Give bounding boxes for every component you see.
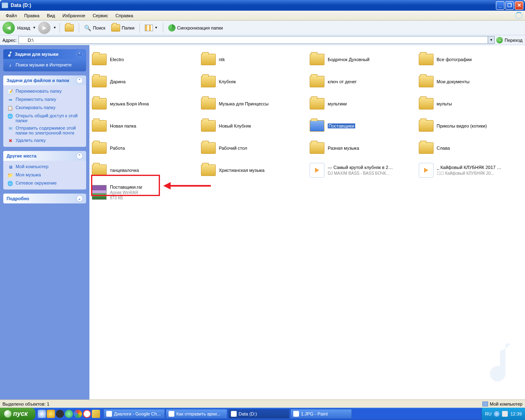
address-input[interactable] bbox=[18, 36, 488, 44]
ql-item[interactable] bbox=[47, 410, 55, 418]
folder-item[interactable]: Разная музыка bbox=[309, 138, 415, 158]
folder-item[interactable]: Рабочий стол bbox=[200, 138, 306, 158]
task-icon: 📝 bbox=[7, 89, 13, 94]
task-search-music-online[interactable]: ♪Поиск музыки в Интернете bbox=[7, 62, 82, 68]
task-rename[interactable]: 📝Переименовать папку bbox=[7, 89, 82, 94]
maximize-button[interactable]: ❐ bbox=[505, 1, 514, 10]
folder-item[interactable]: Electro bbox=[91, 49, 197, 70]
folders-button[interactable]: Папки bbox=[110, 23, 136, 32]
my-computer-icon bbox=[482, 402, 488, 406]
panel-details-header[interactable]: Подробно⌄ bbox=[3, 194, 86, 203]
taskbar-button[interactable]: Data (D:) bbox=[228, 409, 290, 419]
folder-icon bbox=[92, 98, 107, 110]
task-share[interactable]: 🌐Открыть общий доступ к этой папке bbox=[7, 113, 82, 123]
status-selection-count: Выделено объектов: 1 bbox=[2, 402, 49, 406]
taskbar-button[interactable]: Диалоги - Google Ch... bbox=[103, 409, 165, 419]
folder-item[interactable]: Поставщики bbox=[309, 116, 415, 136]
task-copy[interactable]: 📋Скопировать папку bbox=[7, 105, 82, 111]
back-button[interactable]: ◄ bbox=[2, 22, 15, 34]
panel-music-header[interactable]: Задачи для музыки ⌃ bbox=[3, 49, 86, 59]
tray-icon[interactable] bbox=[502, 411, 508, 417]
menu-favorites[interactable]: Избранное bbox=[59, 12, 89, 19]
menu-view[interactable]: Вид bbox=[43, 12, 58, 19]
ql-item[interactable] bbox=[74, 410, 82, 418]
folder-icon bbox=[201, 142, 216, 154]
sync-button[interactable]: Синхронизация папки bbox=[167, 23, 225, 32]
ql-item[interactable] bbox=[83, 410, 91, 418]
folder-item[interactable]: мульты bbox=[418, 94, 524, 114]
place-1[interactable]: 📁Моя музыка bbox=[7, 172, 82, 178]
panel-other-places-header[interactable]: Другие места⌃ bbox=[3, 151, 86, 161]
task-icon: ✖ bbox=[7, 138, 13, 144]
media-file[interactable]: --- Самый крутой клубняк в 2016-2017-201… bbox=[309, 160, 415, 180]
folder-item[interactable]: Клубняк bbox=[200, 71, 306, 92]
close-button[interactable]: ✕ bbox=[515, 1, 523, 10]
menu-help[interactable]: Справка bbox=[112, 12, 137, 19]
folder-item[interactable]: ключ от денег bbox=[309, 71, 415, 92]
folder-item[interactable]: Бодрячок Духовный bbox=[309, 49, 415, 70]
ql-item[interactable] bbox=[92, 410, 100, 418]
folder-icon bbox=[201, 54, 216, 65]
go-button[interactable]: →Переход bbox=[496, 37, 523, 43]
back-label[interactable]: Назад bbox=[17, 25, 30, 30]
folder-item[interactable]: Работа bbox=[91, 138, 197, 158]
rar-file[interactable]: Поставщики.rarАрхив WinRAR873 КБ bbox=[91, 182, 197, 203]
folder-item[interactable]: Мои документы bbox=[418, 71, 524, 92]
folder-item[interactable]: Новый Клубняк bbox=[200, 116, 306, 136]
panel-file-tasks-header[interactable]: Задачи для файлов и папок⌃ bbox=[3, 75, 86, 85]
place-icon: 🌐 bbox=[7, 180, 13, 186]
panel-details: Подробно⌄ bbox=[3, 194, 86, 203]
folder-icon bbox=[92, 120, 107, 132]
ql-item[interactable] bbox=[38, 410, 46, 418]
folder-icon bbox=[310, 120, 324, 132]
folder-view[interactable]: ElectrontkБодрячок ДуховныйВсе фотографи… bbox=[89, 45, 525, 399]
tray-lang[interactable]: RU bbox=[485, 411, 492, 416]
folder-item[interactable]: танцевалочка bbox=[91, 160, 197, 180]
ql-item[interactable] bbox=[56, 410, 64, 418]
search-button[interactable]: 🔍Поиск bbox=[82, 24, 107, 32]
menu-file[interactable]: Файл bbox=[2, 12, 20, 19]
folder-item[interactable]: Музыка для Принцессы bbox=[200, 94, 306, 114]
taskbar-button[interactable]: 1.JPG - Paint bbox=[290, 409, 352, 419]
search-icon: 🔍 bbox=[84, 25, 91, 31]
folder-icon bbox=[419, 54, 434, 65]
task-icon: 🌐 bbox=[7, 113, 13, 119]
ql-item[interactable] bbox=[65, 410, 73, 418]
back-dropdown-icon[interactable]: ▼ bbox=[33, 26, 36, 30]
up-button[interactable] bbox=[63, 23, 75, 32]
views-button[interactable]: ▼ bbox=[143, 24, 160, 32]
media-file[interactable]: _ Кайфовый КЛУБНЯК 2017 _ - Luna - Run T… bbox=[418, 160, 524, 180]
taskbar-app-icon bbox=[231, 411, 237, 417]
menubar: Файл Правка Вид Избранное Сервис Справка bbox=[0, 11, 525, 21]
address-dropdown-icon[interactable]: ▼ bbox=[488, 36, 495, 44]
task-delete[interactable]: ✖Удалить папку bbox=[7, 138, 82, 144]
place-icon: 📁 bbox=[7, 172, 13, 178]
place-0[interactable]: 🖥Мой компьютер bbox=[7, 164, 82, 170]
folder-item[interactable]: ntk bbox=[200, 49, 306, 70]
folder-item[interactable]: Слава bbox=[418, 138, 524, 158]
minimize-button[interactable]: _ bbox=[496, 1, 504, 10]
folder-item[interactable]: Дарина bbox=[91, 71, 197, 92]
folder-item[interactable]: Христианская музыка bbox=[200, 160, 306, 180]
menu-edit[interactable]: Правка bbox=[21, 12, 43, 19]
task-email[interactable]: ✉Отправить содержимое этой папки по элек… bbox=[7, 126, 82, 135]
place-icon: 🖥 bbox=[7, 164, 13, 170]
folder-item[interactable]: Приколы видео (котики) bbox=[418, 116, 524, 136]
taskbar-button[interactable]: Как отправить архи... bbox=[166, 409, 227, 419]
forward-dropdown-icon[interactable]: ▼ bbox=[53, 26, 56, 30]
folder-icon bbox=[92, 54, 107, 65]
folder-icon bbox=[310, 142, 324, 154]
taskbar-app-icon bbox=[293, 411, 299, 417]
forward-button[interactable]: ► bbox=[38, 22, 50, 34]
task-icon: ✉ bbox=[7, 126, 13, 131]
tray-clock[interactable]: 12:39 bbox=[510, 411, 522, 416]
menu-service[interactable]: Сервис bbox=[89, 12, 112, 19]
folder-item[interactable]: Новая папка bbox=[91, 116, 197, 136]
task-move[interactable]: ➡Переместить папку bbox=[7, 97, 82, 103]
start-button[interactable]: пуск bbox=[0, 408, 35, 420]
folder-item[interactable]: музыка Боря Инна bbox=[91, 94, 197, 114]
place-2[interactable]: 🌐Сетевое окружение bbox=[7, 180, 82, 186]
tray-icon[interactable] bbox=[494, 411, 500, 417]
folder-item[interactable]: мультики bbox=[309, 94, 415, 114]
folder-item[interactable]: Все фотографии bbox=[418, 49, 524, 70]
